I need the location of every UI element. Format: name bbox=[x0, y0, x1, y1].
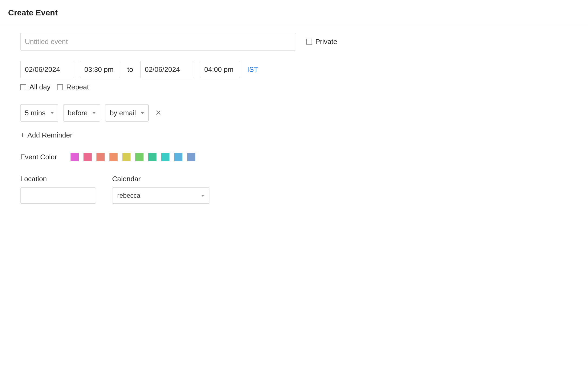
options-row: All day Repeat bbox=[20, 83, 568, 91]
reminder-duration-select[interactable]: 5 mins bbox=[20, 104, 58, 122]
reminder-row: 5 mins before by email bbox=[20, 104, 568, 122]
reminder-method-value: by email bbox=[110, 109, 136, 117]
page-title: Create Event bbox=[8, 8, 580, 17]
reminder-relation-value: before bbox=[68, 109, 88, 117]
to-label: to bbox=[126, 65, 135, 74]
reminder-relation-select[interactable]: before bbox=[63, 104, 101, 122]
repeat-label: Repeat bbox=[66, 83, 89, 91]
color-swatch-6[interactable] bbox=[148, 153, 156, 161]
color-swatch-8[interactable] bbox=[174, 153, 182, 161]
chevron-down-icon bbox=[201, 195, 204, 197]
color-swatch-2[interactable] bbox=[96, 153, 105, 161]
private-checkbox[interactable] bbox=[306, 39, 312, 45]
allday-label: All day bbox=[29, 83, 51, 91]
color-swatches bbox=[71, 153, 195, 161]
repeat-checkbox[interactable] bbox=[57, 84, 63, 90]
private-checkbox-wrap: Private bbox=[306, 38, 337, 46]
location-calendar-row: Location Calendar rebecca bbox=[20, 175, 568, 204]
color-swatch-4[interactable] bbox=[122, 153, 131, 161]
reminder-method-select[interactable]: by email bbox=[105, 104, 149, 122]
color-swatch-0[interactable] bbox=[71, 153, 79, 161]
end-time-input[interactable] bbox=[200, 61, 240, 78]
color-swatch-1[interactable] bbox=[83, 153, 92, 161]
private-label: Private bbox=[315, 38, 337, 46]
dialog-content: Private to IST All day Repeat 5 mins bef… bbox=[0, 25, 588, 211]
color-swatch-7[interactable] bbox=[161, 153, 169, 161]
title-row: Private bbox=[20, 33, 568, 51]
color-row: Event Color bbox=[20, 153, 568, 161]
add-reminder-label: Add Reminder bbox=[27, 131, 72, 139]
location-input[interactable] bbox=[20, 187, 96, 204]
chevron-down-icon bbox=[141, 112, 144, 114]
calendar-selected-value: rebecca bbox=[117, 192, 140, 199]
color-swatch-9[interactable] bbox=[187, 153, 195, 161]
allday-checkbox[interactable] bbox=[20, 84, 26, 90]
plus-icon: + bbox=[20, 131, 25, 139]
calendar-label: Calendar bbox=[112, 175, 209, 183]
event-color-label: Event Color bbox=[20, 153, 57, 161]
repeat-wrap: Repeat bbox=[57, 83, 89, 91]
color-swatch-5[interactable] bbox=[135, 153, 143, 161]
datetime-row: to IST bbox=[20, 61, 568, 78]
timezone-link[interactable]: IST bbox=[246, 65, 258, 74]
chevron-down-icon bbox=[92, 112, 96, 114]
location-label: Location bbox=[20, 175, 96, 183]
reminder-duration-value: 5 mins bbox=[25, 109, 46, 117]
allday-wrap: All day bbox=[20, 83, 51, 91]
chevron-down-icon bbox=[51, 112, 54, 114]
start-time-input[interactable] bbox=[80, 61, 120, 78]
remove-reminder-button[interactable] bbox=[153, 109, 163, 117]
calendar-group: Calendar rebecca bbox=[112, 175, 209, 204]
close-icon bbox=[156, 110, 161, 115]
event-title-input[interactable] bbox=[20, 33, 296, 51]
calendar-select[interactable]: rebecca bbox=[112, 187, 209, 204]
color-swatch-3[interactable] bbox=[109, 153, 118, 161]
start-date-input[interactable] bbox=[20, 61, 74, 78]
dialog-header: Create Event bbox=[0, 0, 588, 25]
end-date-input[interactable] bbox=[140, 61, 194, 78]
add-reminder-button[interactable]: + Add Reminder bbox=[20, 131, 568, 139]
location-group: Location bbox=[20, 175, 96, 204]
